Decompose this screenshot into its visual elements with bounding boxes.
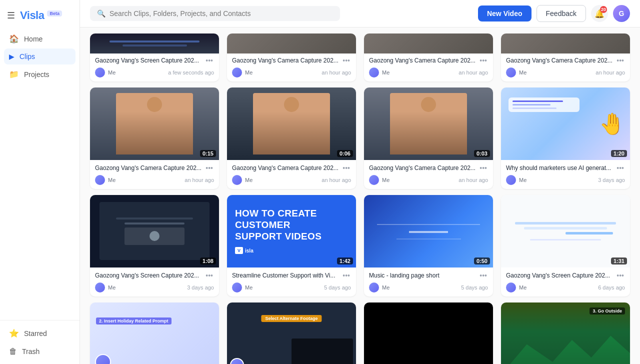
holiday-overlay: 2. Insert Holiday Related Prompt <box>96 318 172 324</box>
clip-duration: 1:20 <box>611 150 627 157</box>
clip-time: a few seconds ago <box>168 70 214 76</box>
clip-owner: Me <box>108 177 116 183</box>
clip-menu-button[interactable]: ••• <box>342 272 351 280</box>
clip-menu-button[interactable]: ••• <box>342 164 351 172</box>
clip-title: Gaozong Vang's Camera Capture 202... <box>95 164 202 172</box>
sidebar-item-projects[interactable]: 📁 Projects <box>4 66 76 83</box>
sidebar-item-label: Projects <box>24 70 50 78</box>
clip-time: 3 days ago <box>598 177 625 183</box>
list-item[interactable]: Gaozong Vang's Camera Capture 202... •••… <box>364 34 493 82</box>
thumbnail: 1:08 <box>90 195 219 268</box>
clip-title: Streamline Customer Support with Vi... <box>232 272 340 280</box>
clip-duration: 1:31 <box>611 258 627 264</box>
clip-owner: Me <box>245 284 252 290</box>
list-item[interactable]: 0:06 Gaozong Vang's Camera Capture 202..… <box>227 88 356 189</box>
sidebar-item-clips[interactable]: ▶ Clips <box>4 48 76 64</box>
list-item[interactable]: Gaozong Vang's Camera Capture 202... •••… <box>227 34 356 82</box>
clip-menu-button[interactable]: ••• <box>478 164 488 172</box>
list-item[interactable]: 1:31 Gaozong Vang's Screen Capture 202..… <box>501 195 630 296</box>
clip-owner: Me <box>108 284 116 290</box>
clip-menu-button[interactable]: ••• <box>616 56 625 64</box>
clip-menu-button[interactable]: ••• <box>478 272 488 280</box>
clip-menu-button[interactable]: ••• <box>204 56 214 64</box>
avatar <box>95 68 105 78</box>
clip-owner: Me <box>382 177 390 183</box>
thumbnail: 0:50 <box>364 195 493 268</box>
clip-time: an hour ago <box>322 70 351 76</box>
sidebar-item-trash[interactable]: 🗑 Trash <box>4 343 76 360</box>
clip-time: an hour ago <box>322 177 351 183</box>
sidebar-item-home[interactable]: 🏠 Home <box>4 30 76 48</box>
list-item[interactable]: Select Alternate Footage 1:35 FF | Recom… <box>227 302 356 364</box>
list-item[interactable]: Gaozong Vang's Camera Capture 202... •••… <box>501 34 630 82</box>
clip-menu-button[interactable]: ••• <box>616 272 625 280</box>
clip-duration: 1:42 <box>337 258 353 264</box>
clip-owner: Me <box>108 70 116 76</box>
notifications-button[interactable]: 🔔 20 <box>591 5 608 22</box>
clip-time: 5 days ago <box>324 284 351 290</box>
clip-menu-button[interactable]: ••• <box>342 56 351 64</box>
clip-title: Gaozong Vang's Screen Capture 202... <box>95 56 202 65</box>
sidebar-bottom: ⭐ Starred 🗑 Trash <box>0 320 80 364</box>
go-outside-overlay: 3. Go Outside <box>590 308 625 314</box>
list-item[interactable]: 0:50 Music - landing page short ••• Me 5… <box>364 195 493 296</box>
avatar <box>95 282 105 292</box>
new-video-button[interactable]: New Video <box>478 6 532 22</box>
clips-icon: ▶ <box>9 52 14 60</box>
list-item[interactable]: 0:15 Gaozong Vang's Camera Capture 202..… <box>90 88 219 189</box>
clip-title: Why should marketers use AI generat... <box>506 164 614 172</box>
thumbnail: 0:58 <box>364 302 493 364</box>
list-item[interactable]: 🤚 1:20 Why should marketers use AI gener… <box>501 88 630 189</box>
clip-time: 6 days ago <box>598 284 625 290</box>
clip-owner: Me <box>382 70 390 76</box>
sidebar: ☰ Visla Beta 🏠 Home ▶ Clips 📁 Projects ⭐… <box>0 0 80 364</box>
sidebar-item-label: Home <box>24 35 42 43</box>
search-icon: 🔍 <box>97 10 106 18</box>
top-partial-row: Gaozong Vang's Screen Capture 202... •••… <box>90 28 630 82</box>
list-item[interactable]: 0:58 5 Ways to Celebrate Earth Day ••• M… <box>364 302 493 364</box>
sidebar-item-label: Clips <box>20 52 35 60</box>
clip-time: 3 days ago <box>187 284 214 290</box>
list-item[interactable]: 0:03 Gaozong Vang's Camera Capture 202..… <box>364 88 493 189</box>
list-item[interactable]: 1:08 Gaozong Vang's Screen Capture 202..… <box>90 195 219 296</box>
clip-duration: 1:08 <box>200 258 216 264</box>
clip-title: Gaozong Vang's Screen Capture 202... <box>506 272 614 280</box>
user-avatar[interactable]: G <box>613 5 630 22</box>
avatar <box>232 175 242 185</box>
clip-menu-button[interactable]: ••• <box>204 164 214 172</box>
clip-duration: 0:06 <box>337 150 353 157</box>
thumbnail: 2. Insert Holiday Related Prompt 1:42 <box>90 302 219 364</box>
starred-icon: ⭐ <box>9 328 19 338</box>
clips-row-2: 0:15 Gaozong Vang's Camera Capture 202..… <box>90 82 630 189</box>
avatar <box>369 282 379 292</box>
main-area: 🔍 New Video Feedback 🔔 20 G <box>80 0 640 364</box>
avatar <box>506 175 516 185</box>
avatar <box>506 282 516 292</box>
list-item[interactable]: 2. Insert Holiday Related Prompt 1:42 UC… <box>90 302 219 364</box>
search-input[interactable] <box>110 10 333 18</box>
avatar <box>232 282 242 292</box>
hamburger-icon[interactable]: ☰ <box>7 10 15 21</box>
clip-title: Gaozong Vang's Camera Capture 202... <box>232 56 340 65</box>
clips-row-3: 1:08 Gaozong Vang's Screen Capture 202..… <box>90 189 630 296</box>
list-item[interactable]: HOW TO CREATECUSTOMERSUPPORT VIDEOS V is… <box>227 195 356 296</box>
beta-badge: Beta <box>47 10 62 16</box>
list-item[interactable]: Gaozong Vang's Screen Capture 202... •••… <box>90 34 219 82</box>
logo-text: Visla <box>20 9 44 22</box>
thumbnail: 0:15 <box>90 88 219 160</box>
thumbnail <box>501 34 630 54</box>
clip-title: Gaozong Vang's Camera Capture 202... <box>369 56 476 65</box>
sidebar-item-starred[interactable]: ⭐ Starred <box>4 324 76 342</box>
list-item[interactable]: 3. Go Outside 1:02 5 Ways to Celebrate E… <box>501 302 630 364</box>
avatar <box>232 68 242 78</box>
clip-menu-button[interactable]: ••• <box>204 272 214 280</box>
feedback-button[interactable]: Feedback <box>536 5 586 22</box>
clip-menu-button[interactable]: ••• <box>616 164 625 172</box>
clip-owner: Me <box>382 284 390 290</box>
clip-time: an hour ago <box>596 70 625 76</box>
clip-title: Music - landing page short <box>369 272 476 280</box>
clip-owner: Me <box>519 284 526 290</box>
search-bar[interactable]: 🔍 <box>90 6 340 21</box>
clip-title: Gaozong Vang's Camera Capture 202... <box>369 164 476 172</box>
clip-menu-button[interactable]: ••• <box>478 56 488 64</box>
